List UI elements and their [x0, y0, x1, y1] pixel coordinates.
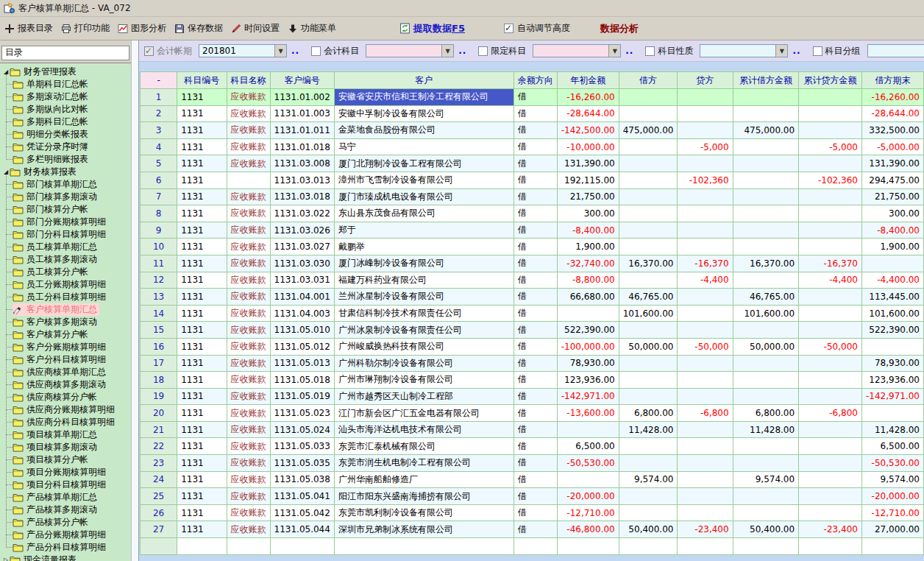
cell-subject_code[interactable]: 1131	[177, 488, 227, 505]
tree-item[interactable]: 供应商核算单期汇总	[0, 366, 131, 378]
cell-opening_amount[interactable]	[557, 305, 619, 322]
cell-opening_amount[interactable]: 192,115.00	[557, 172, 619, 188]
cell-debit[interactable]	[619, 89, 678, 106]
cell-cumulative_debit[interactable]: 50,000.00	[733, 338, 799, 355]
filter-account-subject-checkbox[interactable]	[311, 46, 321, 56]
filter-limit-subject-combo[interactable]: ▼	[533, 44, 621, 57]
tree-group[interactable]: ◢财务管理报表	[0, 66, 131, 78]
cell-customer_code[interactable]: 1131.04.001	[270, 289, 334, 306]
cell-direction[interactable]: 借	[513, 338, 557, 355]
cell-opening_amount[interactable]: -10,000.00	[557, 138, 619, 155]
cell-debit[interactable]: 475,000.00	[619, 122, 678, 139]
cell-subject_name[interactable]: 应收账款	[227, 455, 270, 472]
cell-debit_ending[interactable]: 9,574.00	[861, 471, 923, 488]
cell-opening_amount[interactable]: 123,936.00	[557, 372, 619, 389]
cell-customer[interactable]: 甘肃信科制冷技术有限责任公司	[334, 305, 513, 322]
cell-debit[interactable]	[619, 538, 678, 555]
cell-debit_ending[interactable]: -20,000.00	[861, 488, 923, 505]
cell-opening_amount[interactable]: 300.00	[557, 205, 619, 222]
cell-customer_code[interactable]: 1131.05.042	[270, 504, 334, 521]
cell-subject_name[interactable]: 应收账款	[227, 471, 270, 488]
cell-direction[interactable]: 借	[513, 289, 557, 306]
cell-subject_name[interactable]: 应收账款	[227, 372, 270, 389]
cell-debit[interactable]	[619, 172, 678, 188]
cell-subject_name[interactable]: 应收账款	[227, 388, 270, 405]
cell-cumulative_debit[interactable]	[733, 538, 799, 555]
cell-credit[interactable]	[678, 504, 733, 521]
cell-debit_ending[interactable]: -8,400.00	[861, 222, 923, 239]
cell-credit[interactable]	[678, 122, 733, 139]
cell-debit_ending[interactable]	[861, 255, 923, 272]
cell-debit_ending[interactable]: 78,930.00	[861, 355, 923, 372]
cell-debit_ending[interactable]: -50,530.00	[861, 455, 923, 472]
filter-subject-group-checkbox[interactable]	[813, 46, 822, 56]
cell-cumulative_debit[interactable]	[733, 504, 799, 521]
tree-item[interactable]: 产品核算分户帐	[0, 516, 131, 529]
cell-direction[interactable]: 借	[513, 355, 557, 372]
cell-credit[interactable]	[678, 455, 733, 472]
tree-item[interactable]: 供应商核算多期滚动	[0, 378, 131, 391]
cell-subject_name[interactable]: 应收账款	[227, 338, 270, 355]
cell-opening_amount[interactable]: 131,390.00	[557, 155, 619, 172]
tree-scrollbar[interactable]	[131, 40, 139, 561]
cell-customer[interactable]: 戴鹏举	[334, 239, 513, 255]
tree-item[interactable]: 多期科目汇总帐	[0, 116, 131, 128]
cell-customer[interactable]: 东莞市凯利制冷设备有限公司	[334, 504, 513, 521]
cell-debit_ending[interactable]: 522,390.00	[861, 322, 923, 339]
cell-cumulative_credit[interactable]	[799, 421, 862, 438]
cell-opening_amount[interactable]: -16,260.00	[557, 89, 619, 106]
cell-subject_code[interactable]: 1131	[177, 504, 227, 521]
print-button[interactable]: 打印功能	[61, 22, 110, 35]
cell-opening_amount[interactable]: 6,500.00	[557, 438, 619, 455]
tree-item[interactable]: 部门分科目核算明细	[0, 228, 131, 241]
cell-idx[interactable]: 18	[141, 372, 177, 389]
cell-debit_ending[interactable]: 1,900.00	[861, 239, 923, 255]
cell-debit_ending[interactable]	[861, 338, 923, 355]
cell-customer[interactable]: 东莞市汇泰机械有限公司	[334, 438, 513, 455]
cell-cumulative_debit[interactable]	[733, 89, 799, 106]
cell-debit_ending[interactable]: 11,428.00	[861, 421, 923, 438]
cell-cumulative_credit[interactable]	[799, 289, 862, 306]
cell-subject_code[interactable]: 1131	[177, 372, 227, 389]
cell-idx[interactable]: 11	[141, 255, 177, 272]
cell-subject_code[interactable]: 1131	[177, 289, 227, 306]
header-subject_code[interactable]: 科目编号	[177, 72, 227, 89]
combo-arrow-icon[interactable]: ▼	[608, 45, 620, 57]
cell-cumulative_credit[interactable]	[799, 504, 862, 521]
cell-cumulative_credit[interactable]: -5,000	[799, 138, 862, 155]
cell-subject_code[interactable]: 1131	[177, 239, 227, 255]
cell-direction[interactable]: 借	[513, 455, 557, 472]
cell-customer[interactable]: 深圳市兄弟制冰系统有限公司	[334, 521, 513, 538]
data-analysis-button[interactable]: 数据分析	[600, 22, 639, 35]
cell-debit[interactable]	[619, 138, 678, 155]
cell-subject_name[interactable]: 应收账款	[227, 105, 270, 122]
extract-data-button[interactable]: 提取数据F5	[399, 22, 465, 35]
cell-debit[interactable]: 50,000.00	[619, 338, 678, 355]
cell-opening_amount[interactable]: -142,500.00	[557, 122, 619, 139]
cell-cumulative_debit[interactable]	[733, 205, 799, 222]
cell-opening_amount[interactable]: 1,900.00	[557, 239, 619, 255]
tree-item[interactable]: 员工核算单期汇总	[0, 241, 131, 253]
cell-customer[interactable]: 广州华南船舶修造厂	[334, 471, 513, 488]
cell-subject_name[interactable]: 应收账款	[227, 89, 270, 106]
cell-debit[interactable]	[619, 488, 678, 505]
cell-cumulative_credit[interactable]	[799, 372, 862, 389]
cell-cumulative_debit[interactable]: 50,400.00	[733, 521, 799, 538]
cell-opening_amount[interactable]: 66,680.00	[557, 289, 619, 306]
cell-customer_code[interactable]: 1131.03.026	[270, 222, 334, 239]
cell-subject_code[interactable]: 1131	[177, 388, 227, 405]
header-customer_code[interactable]: 客户编号	[270, 72, 334, 89]
cell-debit[interactable]	[619, 504, 678, 521]
tree-item[interactable]: 产品分科目核算明细	[0, 541, 131, 554]
cell-subject_name[interactable]: 应收账款	[227, 222, 270, 239]
save-data-button[interactable]: 保存数据	[174, 22, 223, 35]
cell-subject_name[interactable]: 应收账款	[227, 255, 270, 272]
cell-debit_ending[interactable]: -5,000.00	[861, 138, 923, 155]
cell-cumulative_credit[interactable]: -6,800	[799, 405, 862, 422]
cell-credit[interactable]: -102,360	[678, 172, 733, 188]
tree-item[interactable]: 多期纵向比对帐	[0, 103, 131, 116]
cell-customer_code[interactable]: 1131.05.013	[270, 355, 334, 372]
cell-debit[interactable]: 101,600.00	[619, 305, 678, 322]
cell-customer[interactable]: 广州科勒尔制冷设备有限公司	[334, 355, 513, 372]
cell-customer[interactable]	[334, 538, 513, 555]
